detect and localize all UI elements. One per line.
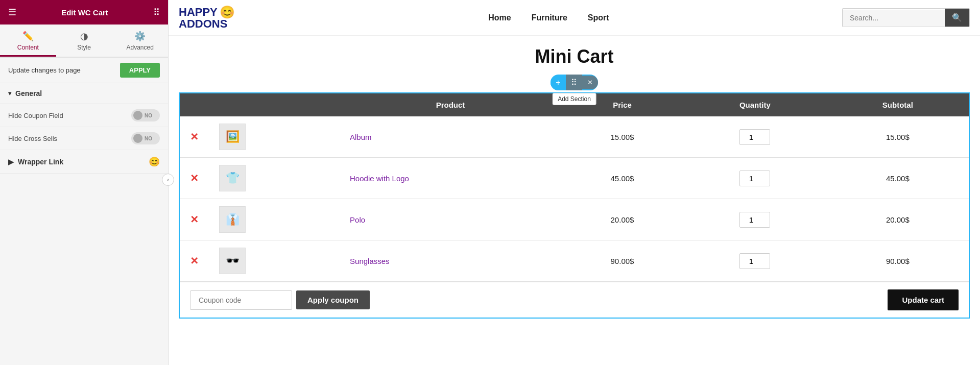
- hide-coupon-label: Hide Coupon Field: [8, 112, 63, 119]
- remove-cell: ✕: [180, 116, 209, 158]
- hide-coupon-field-row: Hide Coupon Field NO: [0, 104, 168, 127]
- tab-advanced-label: Advanced: [126, 44, 153, 51]
- remove-cell: ✕: [180, 199, 209, 240]
- remove-cell: ✕: [180, 158, 209, 199]
- subtotal-cell: 20.00$: [827, 199, 969, 240]
- col-subtotal-header: Subtotal: [827, 93, 969, 116]
- remove-button[interactable]: ✕: [190, 255, 199, 267]
- subtotal-cell: 45.00$: [827, 158, 969, 199]
- nav-sport[interactable]: Sport: [588, 13, 609, 22]
- happy-icon: 😊: [149, 156, 160, 167]
- qty-input[interactable]: [739, 129, 770, 145]
- nav-search: 🔍: [842, 8, 970, 27]
- style-icon: ◑: [80, 31, 88, 42]
- toggle-no-text-2: NO: [145, 136, 152, 141]
- logo-emoji: 😊: [220, 6, 235, 18]
- name-cell: Sunglasses: [340, 240, 561, 282]
- general-arrow-icon: ▾: [8, 90, 11, 97]
- tab-style[interactable]: ◑ Style: [56, 25, 112, 57]
- qty-cell: [683, 158, 827, 199]
- add-section-bar: + ⠿ ✕ Add Section: [169, 72, 980, 92]
- col-thumb: [209, 93, 340, 116]
- thumb-cell: 🕶️: [209, 240, 340, 282]
- remove-button[interactable]: ✕: [190, 172, 199, 184]
- product-thumb: 👕: [219, 165, 246, 191]
- col-quantity-header: Quantity: [683, 93, 827, 116]
- coupon-input[interactable]: [190, 290, 292, 310]
- toggle-no-text: NO: [145, 113, 152, 118]
- grid-icon[interactable]: ⠿: [153, 7, 160, 18]
- table-row: ✕ 👕 Hoodie with Logo 45.00$ 45.00$: [180, 158, 969, 199]
- nav-links: Home Furniture Sport: [255, 13, 842, 22]
- right-panel: HAPPY 😊 ADDONS Home Furniture Sport 🔍 Mi…: [169, 0, 980, 365]
- drag-handle-icon[interactable]: ⠿: [566, 75, 582, 90]
- page-title: Mini Cart: [169, 36, 980, 72]
- cart-container: Product Price Quantity Subtotal ✕ 🖼️ Alb…: [179, 92, 970, 319]
- price-cell: 45.00$: [561, 158, 683, 199]
- hamburger-icon[interactable]: ☰: [8, 7, 16, 18]
- nav-furniture[interactable]: Furniture: [532, 13, 567, 22]
- toggle-circle-2: [133, 134, 142, 143]
- toggle-circle: [133, 111, 142, 120]
- cart-table: Product Price Quantity Subtotal ✕ 🖼️ Alb…: [180, 93, 969, 282]
- qty-input[interactable]: [739, 171, 770, 186]
- qty-cell: [683, 116, 827, 158]
- qty-input[interactable]: [739, 212, 770, 228]
- update-label: Update changes to page: [8, 66, 81, 74]
- table-row: ✕ 🖼️ Album 15.00$ 15.00$: [180, 116, 969, 158]
- collapse-handle[interactable]: ‹: [162, 174, 174, 186]
- panel-header: ☰ Edit WC Cart ⠿: [0, 0, 168, 25]
- product-name[interactable]: Hoodie with Logo: [350, 174, 409, 183]
- tab-content-label: Content: [17, 44, 39, 51]
- wrapper-link-label: Wrapper Link: [18, 158, 63, 166]
- subtotal-cell: 15.00$: [827, 116, 969, 158]
- name-cell: Album: [340, 116, 561, 158]
- logo-happy: HAPPY: [179, 7, 218, 18]
- price-cell: 15.00$: [561, 116, 683, 158]
- qty-cell: [683, 199, 827, 240]
- add-section-tooltip: Add Section: [552, 93, 596, 105]
- remove-button[interactable]: ✕: [190, 213, 199, 226]
- general-section-label: General: [15, 89, 42, 98]
- product-thumb: 👔: [219, 206, 246, 233]
- left-panel: ☰ Edit WC Cart ⠿ ✏️ Content ◑ Style ⚙️ A…: [0, 0, 169, 365]
- hide-coupon-toggle[interactable]: NO: [131, 109, 160, 121]
- wrapper-link-row[interactable]: ▶ Wrapper Link 😊: [0, 150, 168, 174]
- tab-style-label: Style: [77, 44, 91, 51]
- hide-cross-sells-row: Hide Cross Sells NO: [0, 127, 168, 150]
- remove-cell: ✕: [180, 240, 209, 282]
- close-section-button[interactable]: ✕: [582, 76, 598, 89]
- search-input[interactable]: [843, 10, 945, 26]
- logo-addons: ADDONS: [179, 18, 235, 30]
- advanced-icon: ⚙️: [134, 31, 146, 42]
- wrapper-link-right: 😊: [149, 156, 160, 167]
- product-name[interactable]: Polo: [350, 215, 365, 224]
- tab-advanced[interactable]: ⚙️ Advanced: [112, 25, 168, 57]
- product-thumb: 🖼️: [219, 124, 246, 150]
- price-cell: 20.00$: [561, 199, 683, 240]
- general-section-header[interactable]: ▾ General: [0, 83, 168, 104]
- cart-bottom-row: Apply coupon Update cart: [180, 282, 969, 318]
- nav-home[interactable]: Home: [488, 13, 511, 22]
- search-button[interactable]: 🔍: [945, 9, 969, 27]
- product-thumb: 🕶️: [219, 248, 246, 274]
- coupon-area: Apply coupon: [190, 290, 370, 310]
- remove-button[interactable]: ✕: [190, 131, 199, 143]
- name-cell: Polo: [340, 199, 561, 240]
- thumb-cell: 👕: [209, 158, 340, 199]
- price-cell: 90.00$: [561, 240, 683, 282]
- page-content: Mini Cart + ⠿ ✕ Add Section: [169, 36, 980, 365]
- tab-content[interactable]: ✏️ Content: [0, 25, 56, 57]
- hide-cross-sells-toggle[interactable]: NO: [131, 132, 160, 144]
- add-section-button[interactable]: +: [551, 75, 565, 90]
- name-cell: Hoodie with Logo: [340, 158, 561, 199]
- thumb-cell: 🖼️: [209, 116, 340, 158]
- apply-coupon-button[interactable]: Apply coupon: [296, 290, 370, 309]
- hide-cross-sells-label: Hide Cross Sells: [8, 135, 57, 142]
- thumb-cell: 👔: [209, 199, 340, 240]
- update-cart-button[interactable]: Update cart: [888, 289, 959, 310]
- qty-input[interactable]: [739, 253, 770, 269]
- apply-button[interactable]: APPLY: [120, 63, 160, 78]
- product-name[interactable]: Sunglasses: [350, 257, 390, 265]
- product-name[interactable]: Album: [350, 133, 372, 141]
